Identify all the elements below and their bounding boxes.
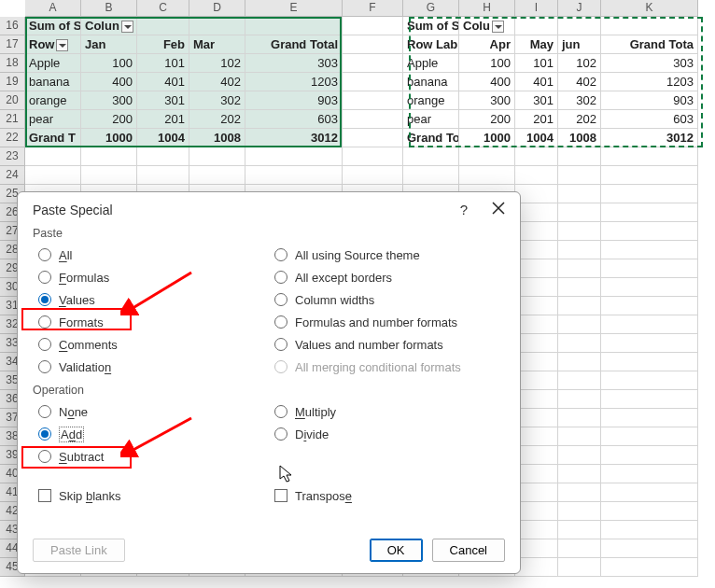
cell-bg[interactable] xyxy=(601,259,698,278)
cell-K21[interactable]: 603 xyxy=(601,110,698,129)
col-header-F[interactable]: F xyxy=(343,0,403,17)
cell-bg[interactable] xyxy=(403,166,459,185)
cell-E21[interactable]: 603 xyxy=(245,110,343,129)
cell-bg[interactable] xyxy=(343,166,403,185)
close-icon[interactable] xyxy=(492,202,505,217)
cell-bg[interactable] xyxy=(81,147,137,166)
cell-E16[interactable] xyxy=(245,17,343,35)
cell-A18[interactable]: Apple xyxy=(25,54,81,73)
cell-D16[interactable] xyxy=(189,17,245,35)
radio-divide[interactable]: Divide xyxy=(269,423,505,445)
cell-bg[interactable] xyxy=(558,17,601,35)
cell-bg[interactable] xyxy=(558,353,601,371)
cell-bg[interactable] xyxy=(137,166,189,185)
cell-B17[interactable]: Jan xyxy=(81,35,137,54)
cell-I17[interactable]: May xyxy=(515,35,558,54)
cell-bg[interactable] xyxy=(515,203,558,222)
cell-bg[interactable] xyxy=(189,166,245,185)
cell-bg[interactable] xyxy=(601,502,698,521)
check-transpose[interactable]: Transpose xyxy=(269,484,505,507)
cell-bg[interactable] xyxy=(515,17,558,35)
cell-bg[interactable] xyxy=(558,334,601,353)
cell-bg[interactable] xyxy=(601,297,698,315)
pivot-dropdown-icon[interactable] xyxy=(121,21,133,33)
cell-bg[interactable] xyxy=(343,73,403,91)
cell-C20[interactable]: 301 xyxy=(137,91,189,110)
cell-J17[interactable]: jun xyxy=(558,35,601,54)
col-header-K[interactable]: K xyxy=(601,0,698,17)
cell-bg[interactable] xyxy=(558,409,601,427)
cell-B21[interactable]: 200 xyxy=(81,110,137,129)
cell-bg[interactable] xyxy=(558,390,601,409)
cell-bg[interactable] xyxy=(459,147,515,166)
radio-source-theme[interactable]: All using Source theme xyxy=(269,244,505,266)
cell-bg[interactable] xyxy=(558,315,601,334)
row-header-16[interactable]: 16 xyxy=(0,17,25,35)
cell-J19[interactable]: 402 xyxy=(558,73,601,91)
cell-bg[interactable] xyxy=(403,147,459,166)
cell-D22[interactable]: 1008 xyxy=(189,129,245,147)
cell-bg[interactable] xyxy=(343,91,403,110)
cell-bg[interactable] xyxy=(515,427,558,446)
cell-K19[interactable]: 1203 xyxy=(601,73,698,91)
cell-bg[interactable] xyxy=(25,166,81,185)
cell-bg[interactable] xyxy=(558,259,601,278)
cancel-button[interactable]: Cancel xyxy=(432,539,505,562)
cell-bg[interactable] xyxy=(245,166,343,185)
cell-bg[interactable] xyxy=(558,241,601,259)
cell-bg[interactable] xyxy=(515,166,558,185)
cell-D21[interactable]: 202 xyxy=(189,110,245,129)
cell-bg[interactable] xyxy=(515,334,558,353)
cell-bg[interactable] xyxy=(558,222,601,241)
col-header-G[interactable]: G xyxy=(403,0,459,17)
cell-bg[interactable] xyxy=(558,278,601,297)
cell-C17[interactable]: Feb xyxy=(137,35,189,54)
radio-column-widths[interactable]: Column widths xyxy=(269,288,505,311)
cell-bg[interactable] xyxy=(558,558,601,577)
cell-bg[interactable] xyxy=(343,17,403,35)
cell-I20[interactable]: 301 xyxy=(515,91,558,110)
cell-E17[interactable]: Grand Total xyxy=(245,35,343,54)
cell-bg[interactable] xyxy=(515,315,558,334)
cell-A20[interactable]: orange xyxy=(25,91,81,110)
cell-bg[interactable] xyxy=(601,353,698,371)
cell-I18[interactable]: 101 xyxy=(515,54,558,73)
cell-bg[interactable] xyxy=(601,371,698,390)
check-skip-blanks[interactable]: Skip blanks xyxy=(33,484,269,507)
cell-K22[interactable]: 3012 xyxy=(601,129,698,147)
radio-multiply[interactable]: Multiply xyxy=(269,400,505,423)
cell-A17[interactable]: Row xyxy=(25,35,81,54)
cell-bg[interactable] xyxy=(601,185,698,203)
cell-bg[interactable] xyxy=(515,502,558,521)
cell-G21[interactable]: pear xyxy=(403,110,459,129)
cell-bg[interactable] xyxy=(515,259,558,278)
cell-C21[interactable]: 201 xyxy=(137,110,189,129)
radio-none[interactable]: None xyxy=(33,400,269,423)
cell-bg[interactable] xyxy=(558,521,601,539)
cell-bg[interactable] xyxy=(601,521,698,539)
cell-K17[interactable]: Grand Tota xyxy=(601,35,698,54)
cell-bg[interactable] xyxy=(515,185,558,203)
cell-G22[interactable]: Grand Tota xyxy=(403,129,459,147)
cell-bg[interactable] xyxy=(558,483,601,502)
col-header-I[interactable]: I xyxy=(515,0,558,17)
cell-bg[interactable] xyxy=(558,166,601,185)
cell-bg[interactable] xyxy=(515,147,558,166)
cell-A21[interactable]: pear xyxy=(25,110,81,129)
cell-D19[interactable]: 402 xyxy=(189,73,245,91)
cell-bg[interactable] xyxy=(515,558,558,577)
cell-H18[interactable]: 100 xyxy=(459,54,515,73)
cell-D17[interactable]: Mar xyxy=(189,35,245,54)
radio-formats[interactable]: Formats xyxy=(33,311,269,333)
cell-bg[interactable] xyxy=(558,185,601,203)
cell-E20[interactable]: 903 xyxy=(245,91,343,110)
radio-values-numfmt[interactable]: Values and number formats xyxy=(269,333,505,356)
cell-A16[interactable]: Sum of S xyxy=(25,17,81,35)
cell-E19[interactable]: 1203 xyxy=(245,73,343,91)
cell-C19[interactable]: 401 xyxy=(137,73,189,91)
radio-add[interactable]: Add xyxy=(33,423,269,445)
cell-H21[interactable]: 200 xyxy=(459,110,515,129)
cell-G16[interactable]: Sum of Sal xyxy=(403,17,459,35)
cell-bg[interactable] xyxy=(343,35,403,54)
cell-bg[interactable] xyxy=(601,166,698,185)
